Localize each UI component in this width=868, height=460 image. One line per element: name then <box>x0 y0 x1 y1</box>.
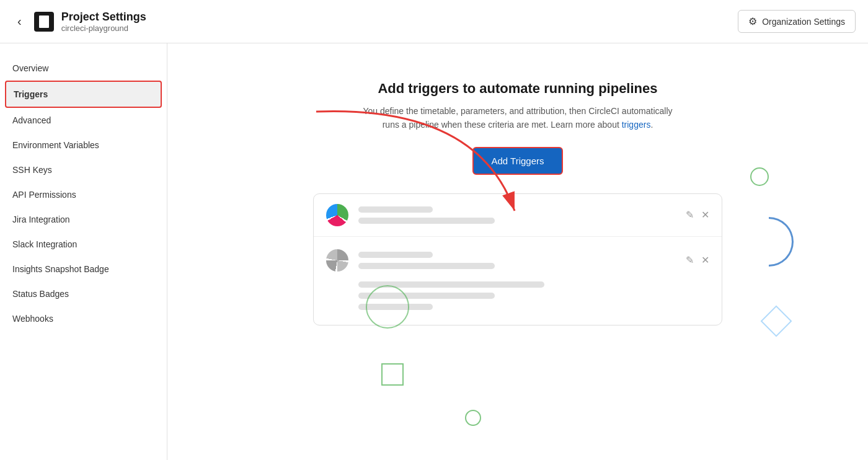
main-description: You define the timetable, parameters, an… <box>363 104 672 132</box>
description-part2: runs a pipeline when these criteria are … <box>383 120 619 130</box>
preview-actions-2: ✎ ✕ <box>686 254 709 266</box>
preview-row-1: ✎ ✕ <box>314 194 722 237</box>
sidebar-item-slack-integration[interactable]: Slack Integration <box>0 232 167 257</box>
preview-actions-1: ✎ ✕ <box>686 209 709 221</box>
triggers-link[interactable]: triggers <box>622 120 651 130</box>
back-button[interactable]: ‹ <box>12 12 27 31</box>
preview-lines-1 <box>358 206 676 224</box>
deco-circle-b <box>465 410 481 426</box>
layout: Overview Triggers Advanced Environment V… <box>0 43 868 460</box>
gear-icon: ⚙ <box>748 15 757 27</box>
preview-lines-2 <box>358 252 676 269</box>
edit-icon[interactable]: ✎ <box>686 209 694 221</box>
preview-line <box>358 252 433 258</box>
header: ‹ Project Settings circleci-playground ⚙… <box>0 0 868 43</box>
sidebar-item-status-badges[interactable]: Status Badges <box>0 281 167 306</box>
main-content: Add triggers to automate running pipelin… <box>167 43 868 460</box>
sidebar-item-ssh-keys[interactable]: SSH Keys <box>0 157 167 182</box>
org-settings-label: Organization Settings <box>762 17 845 27</box>
project-icon <box>34 12 54 32</box>
edit-icon[interactable]: ✎ <box>686 254 694 266</box>
preview-icon-green <box>326 204 348 226</box>
sidebar-item-triggers[interactable]: Triggers <box>5 81 162 108</box>
sidebar-item-overview[interactable]: Overview <box>0 56 167 81</box>
description-part1: You define the timetable, parameters, an… <box>363 106 672 116</box>
close-icon[interactable]: ✕ <box>701 254 709 266</box>
preview-card: ✎ ✕ ✎ ✕ <box>313 193 722 325</box>
preview-line <box>358 293 495 299</box>
sidebar-item-webhooks[interactable]: Webhooks <box>0 306 167 331</box>
project-name: circleci-playground <box>61 24 146 33</box>
deco-circle-tr <box>750 167 769 186</box>
sidebar-item-api-permissions[interactable]: API Permissions <box>0 182 167 207</box>
preview-line <box>358 218 495 224</box>
header-title-group: Project Settings circleci-playground <box>61 11 146 33</box>
sidebar-item-insights-snapshot-badge[interactable]: Insights Snapshot Badge <box>0 257 167 281</box>
sidebar-item-environment-variables[interactable]: Environment Variables <box>0 133 167 157</box>
preview-line <box>358 281 544 288</box>
deco-semicircle-r <box>769 217 794 267</box>
project-icon-inner <box>39 15 49 28</box>
header-left: ‹ Project Settings circleci-playground <box>12 11 146 33</box>
preview-row-2: ✎ ✕ <box>314 237 722 325</box>
add-triggers-button[interactable]: Add Triggers <box>472 147 562 175</box>
deco-square-bl <box>381 363 404 386</box>
preview-line <box>358 263 495 269</box>
preview-icon-purple <box>326 249 348 272</box>
page-title: Project Settings <box>61 11 146 24</box>
deco-diamond-r <box>761 306 792 337</box>
preview-extra-lines <box>326 281 709 310</box>
preview-line <box>358 304 433 310</box>
sidebar-item-advanced[interactable]: Advanced <box>0 108 167 133</box>
close-icon[interactable]: ✕ <box>701 209 709 221</box>
org-settings-button[interactable]: ⚙ Organization Settings <box>738 10 856 33</box>
sidebar-item-jira-integration[interactable]: Jira Integration <box>0 207 167 232</box>
preview-line <box>358 206 433 213</box>
sidebar: Overview Triggers Advanced Environment V… <box>0 43 167 460</box>
main-heading: Add triggers to automate running pipelin… <box>378 81 657 97</box>
center-content: Add triggers to automate running pipelin… <box>332 81 704 325</box>
description-end: . <box>650 120 653 130</box>
